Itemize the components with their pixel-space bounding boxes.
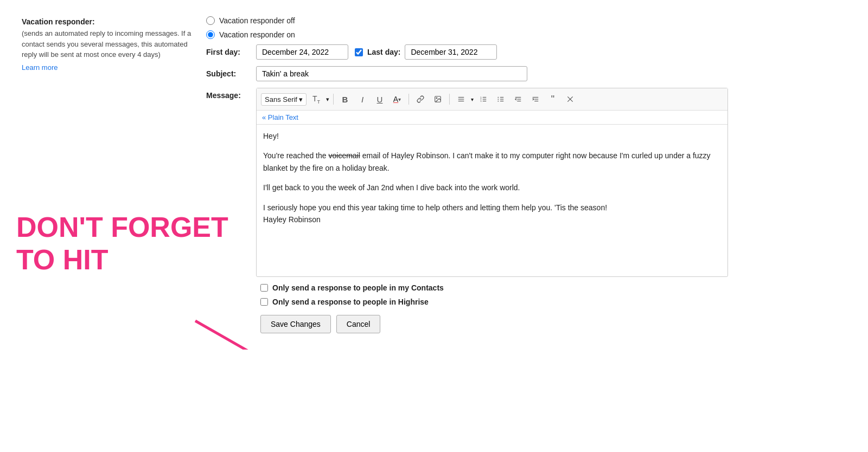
vacation-on-label: Vacation responder on	[219, 30, 295, 39]
bold-button[interactable]: B	[337, 92, 353, 107]
toolbar-dropdown-icon: ▾	[326, 96, 329, 103]
message-para2: I'll get back to you the week of Jan 2nd…	[263, 182, 721, 193]
image-icon	[433, 95, 443, 103]
svg-text:3.: 3.	[480, 100, 482, 102]
message-editor: Sans Serif ▾ TT ▾ B I U A ▾	[256, 88, 728, 277]
section-description: (sends an automated reply to incoming me…	[22, 28, 195, 60]
font-select[interactable]: Sans Serif ▾	[261, 93, 307, 106]
highrise-checkbox-row: Only send a response to people in Highri…	[206, 298, 846, 306]
font-name: Sans Serif	[265, 95, 297, 104]
unordered-list-button[interactable]	[493, 92, 508, 107]
toolbar-divider-1	[333, 94, 334, 105]
first-day-input[interactable]	[256, 44, 348, 60]
first-day-label: First day:	[206, 48, 250, 56]
indent-less-button[interactable]	[510, 92, 526, 107]
message-hey: Hey!	[263, 130, 721, 142]
font-color-button[interactable]: A ▾	[390, 92, 405, 107]
ordered-list-icon: 1.2.3.	[478, 95, 488, 103]
svg-point-1	[436, 98, 437, 99]
last-day-checkbox[interactable]	[355, 48, 363, 56]
italic-button[interactable]: I	[355, 92, 370, 107]
contacts-checkbox-label: Only send a response to people in my Con…	[272, 283, 444, 292]
contacts-checkbox[interactable]	[260, 284, 268, 292]
align-dropdown-icon[interactable]: ▾	[471, 96, 474, 102]
message-label: Message:	[206, 88, 250, 100]
indent-less-icon	[513, 95, 523, 103]
font-dropdown-icon: ▾	[299, 95, 303, 104]
underline-button[interactable]: U	[372, 92, 387, 107]
link-button[interactable]	[413, 92, 428, 107]
last-day-input[interactable]	[405, 44, 497, 60]
font-color-dropdown-icon: ▾	[398, 96, 401, 102]
plain-text-link[interactable]: « Plain Text	[257, 111, 727, 125]
indent-more-button[interactable]	[528, 92, 543, 107]
message-strikethrough: voicemail	[328, 151, 360, 160]
action-buttons-row: Save Changes Cancel	[206, 315, 846, 333]
link-icon	[416, 95, 425, 103]
svg-point-16	[497, 101, 499, 102]
svg-point-14	[497, 97, 499, 98]
last-day-label: Last day:	[367, 48, 400, 56]
text-size-icon: TT	[312, 94, 320, 105]
subject-input[interactable]	[256, 66, 527, 81]
toolbar-divider-2	[409, 94, 409, 105]
learn-more-link[interactable]: Learn more	[22, 63, 58, 72]
message-para1: You're reached the voicemail email of Ha…	[263, 150, 721, 174]
align-icon	[456, 95, 466, 103]
remove-format-icon	[566, 95, 575, 103]
cancel-button[interactable]: Cancel	[336, 315, 381, 333]
remove-format-button[interactable]	[563, 92, 578, 107]
toolbar-divider-3	[449, 94, 450, 105]
highrise-checkbox-label: Only send a response to people in Highri…	[272, 298, 429, 306]
svg-point-15	[497, 99, 499, 100]
message-body-area[interactable]: Hey! You're reached the voicemail email …	[257, 125, 727, 276]
vacation-off-label: Vacation responder off	[219, 16, 295, 25]
align-button[interactable]	[454, 92, 469, 107]
font-color-icon: A	[393, 95, 398, 104]
ordered-list-button[interactable]: 1.2.3.	[476, 92, 491, 107]
vacation-off-radio[interactable]	[206, 16, 215, 25]
highrise-checkbox[interactable]	[260, 298, 268, 306]
image-button[interactable]	[430, 92, 445, 107]
message-signature: Hayley Robinson	[263, 215, 321, 224]
indent-more-icon	[531, 95, 540, 103]
message-para1-prefix: You're reached the	[263, 151, 328, 160]
subject-label: Subject:	[206, 69, 250, 78]
message-para3: I seriously hope you end this year takin…	[263, 202, 721, 226]
editor-toolbar: Sans Serif ▾ TT ▾ B I U A ▾	[257, 88, 727, 111]
vacation-on-radio[interactable]	[206, 30, 215, 39]
save-changes-button[interactable]: Save Changes	[260, 315, 331, 333]
message-para3-line1: I seriously hope you end this year takin…	[263, 203, 607, 212]
contacts-checkbox-row: Only send a response to people in my Con…	[206, 283, 846, 292]
section-title: Vacation responder:	[22, 17, 95, 26]
text-size-button[interactable]: TT	[309, 92, 324, 107]
blockquote-button[interactable]: "	[545, 92, 560, 107]
unordered-list-icon	[496, 95, 506, 103]
